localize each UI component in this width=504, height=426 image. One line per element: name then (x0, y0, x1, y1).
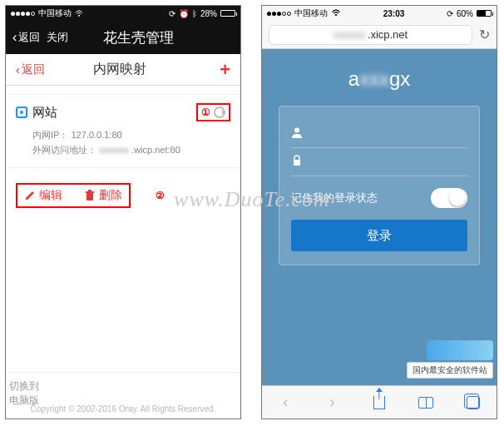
username-field[interactable] (291, 120, 467, 148)
copyright-text: Copyright © 2002-2016 Oray. All Rights R… (6, 404, 240, 414)
password-field[interactable] (291, 148, 467, 176)
status-bar: 中国移动 23:03 ⟳ 60% (262, 6, 497, 21)
url-masked: xxxxxx (334, 28, 366, 41)
wechat-header: ‹ 返回 关闭 花生壳管理 (6, 21, 240, 54)
login-card: 记住我的登录状态 登录 (279, 106, 480, 265)
ext-masked: xxxxxx (99, 145, 129, 155)
alarm-icon: ⏰ (179, 9, 189, 18)
remember-toggle[interactable] (431, 188, 467, 208)
status-bar: 中国移动 ⟳ ⏰ ᛒ 28% (6, 6, 240, 21)
user-icon (291, 126, 304, 141)
rotation-lock-icon: ⟳ (447, 9, 453, 18)
delete-button[interactable]: 删除 (84, 188, 122, 203)
svg-point-0 (78, 15, 80, 17)
carrier-label: 中国移动 (38, 7, 72, 19)
annotation-box-1: ① (196, 103, 230, 121)
switch-desktop-link[interactable]: 切换到电脑版 (6, 379, 42, 399)
page-title: 花生壳管理 (43, 28, 234, 47)
ip-value: 127.0.0.1:80 (71, 130, 121, 140)
refresh-icon[interactable] (214, 106, 225, 118)
carrier-label: 中国移动 (294, 7, 328, 19)
lock-icon (291, 155, 304, 169)
action-row: 编辑 删除 ② (6, 175, 240, 216)
sub-title: 内网映射 (20, 61, 220, 78)
battery-percent: 28% (200, 9, 217, 18)
battery-icon (477, 9, 492, 18)
title-prefix: a (348, 67, 359, 90)
mapping-entry: 网站 ① 内网IP： 127.0.0.1:80 外网访问地址： xxxxxx .… (6, 94, 240, 168)
right-phone-frame: 中国移动 23:03 ⟳ 60% xxxxxx .xicp.net ↻ axxx… (261, 5, 497, 419)
ext-label: 外网访问地址： (32, 145, 96, 155)
site-icon (16, 106, 27, 118)
svg-rect-2 (86, 191, 94, 193)
chevron-left-icon: ‹ (12, 31, 17, 44)
nav-forward-icon[interactable]: › (324, 394, 342, 412)
login-page: axxxgx 记住我的登录状态 登录 (262, 49, 497, 385)
login-title: axxxgx (262, 67, 497, 91)
site-watermark: 国内最安全的软件站 (407, 340, 493, 379)
edit-label: 编辑 (39, 188, 62, 203)
trash-icon (84, 190, 96, 201)
status-time: 23:03 (383, 9, 405, 18)
wifi-icon (331, 9, 341, 18)
svg-point-5 (294, 128, 299, 133)
signal-icon (267, 12, 291, 16)
nav-back-icon[interactable]: ‹ (276, 394, 294, 412)
wifi-icon (75, 10, 83, 17)
bluetooth-icon: ᛒ (192, 9, 197, 18)
svg-rect-3 (88, 190, 91, 191)
annotation-2: ② (156, 190, 165, 201)
bookmarks-icon[interactable] (417, 394, 435, 412)
sub-header: ‹ 返回 内网映射 + (6, 54, 240, 86)
svg-rect-1 (86, 193, 93, 201)
url-suffix: .xicp.net (368, 28, 408, 41)
decor-logo (427, 340, 493, 360)
title-masked: xxx (359, 67, 389, 90)
decor-caption: 国内最安全的软件站 (407, 362, 493, 379)
left-phone-frame: 中国移动 ⟳ ⏰ ᛒ 28% ‹ 返回 关闭 花生壳管理 ‹ 返回 内网映射 + (5, 5, 241, 419)
ext-suffix: .wicp.net:80 (131, 145, 180, 155)
annotation-1: ① (201, 106, 210, 118)
reload-icon[interactable]: ↻ (479, 27, 490, 42)
annotation-box-2: 编辑 删除 (16, 183, 131, 208)
svg-point-4 (335, 14, 337, 16)
edit-button[interactable]: 编辑 (24, 188, 62, 203)
url-field[interactable]: xxxxxx .xicp.net (269, 25, 472, 45)
add-button[interactable]: + (220, 61, 230, 79)
svg-rect-6 (294, 160, 300, 166)
safari-toolbar: ‹ › (262, 385, 497, 419)
share-icon[interactable] (370, 394, 388, 412)
entry-title: 网站 (32, 105, 57, 121)
nav-back-label: 返回 (18, 30, 40, 45)
title-suffix: gx (389, 67, 410, 90)
battery-percent: 60% (457, 9, 473, 18)
safari-address-bar: xxxxxx .xicp.net ↻ (262, 21, 497, 49)
delete-label: 删除 (99, 188, 122, 203)
rotation-lock-icon: ⟳ (169, 9, 175, 18)
signal-icon (11, 12, 35, 16)
login-button[interactable]: 登录 (291, 220, 467, 251)
remember-label: 记住我的登录状态 (291, 191, 378, 206)
left-footer: 切换到电脑版 Copyright © 2002-2016 Oray. All R… (6, 372, 240, 419)
pencil-icon (24, 190, 36, 201)
ip-label: 内网IP： (32, 130, 68, 140)
tabs-icon[interactable] (464, 394, 482, 412)
battery-icon (220, 10, 235, 17)
